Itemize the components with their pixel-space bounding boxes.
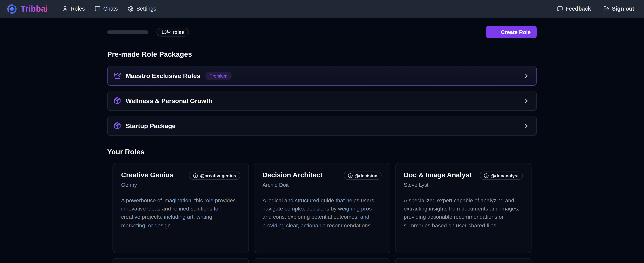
role-card-partial[interactable]	[112, 258, 249, 263]
chat-icon	[95, 6, 101, 12]
role-handle: @decision	[355, 173, 378, 178]
package-icon	[113, 97, 121, 105]
role-card-subtitle: Archie Doit	[262, 182, 382, 188]
role-card-description: A logical and structured guide that help…	[262, 197, 382, 230]
sign-out-label: Sign out	[612, 6, 634, 12]
role-card-description: A specialized expert capable of analyzin…	[404, 197, 523, 230]
gear-icon	[128, 6, 134, 12]
chevron-right-icon	[523, 72, 530, 79]
role-handle-badge[interactable]: @creativegenius	[189, 172, 240, 180]
chevron-right-icon	[523, 123, 530, 129]
role-card-description: A powerhouse of imagination, this role p…	[121, 197, 240, 230]
package-icon	[113, 122, 121, 130]
role-handle: @creativegenius	[200, 173, 236, 178]
role-handle: @docanalyst	[491, 173, 519, 178]
your-roles-section-title: Your Roles	[107, 148, 537, 156]
role-handle-badge[interactable]: @docanalyst	[480, 172, 523, 180]
info-icon	[193, 173, 198, 178]
chevron-right-icon	[523, 97, 530, 104]
create-role-button[interactable]: Create Role	[486, 26, 537, 38]
role-card-decision-architect[interactable]: Decision Architect @decision Archie Doit…	[254, 163, 390, 253]
role-handle-badge[interactable]: @decision	[344, 172, 382, 180]
primary-nav: Roles Chats Settings	[59, 3, 160, 14]
user-icon	[62, 6, 68, 12]
packages-section-title: Pre-made Role Packages	[107, 50, 537, 59]
role-card-subtitle: Genny	[121, 182, 240, 188]
package-row-wellness[interactable]: Wellness & Personal Growth	[107, 91, 537, 111]
role-card-title: Creative Genius	[121, 171, 173, 179]
chat-icon	[557, 6, 563, 12]
role-card-subtitle: Steve Lyst	[404, 182, 523, 188]
role-card-title: Doc & Image Analyst	[404, 171, 472, 179]
role-card-doc-image-analyst[interactable]: Doc & Image Analyst @docanalyst Steve Ly…	[395, 163, 532, 253]
roles-toolbar: 13/∞ roles Create Role	[107, 26, 537, 38]
nav-item-label: Roles	[71, 6, 85, 12]
package-row-maestro[interactable]: Maestro Exclusive Roles Premium	[107, 66, 537, 86]
role-card-partial[interactable]	[395, 258, 532, 263]
package-label: Wellness & Personal Growth	[126, 97, 212, 105]
nav-item-chats[interactable]: Chats	[92, 3, 121, 14]
package-label: Maestro Exclusive Roles	[126, 72, 200, 79]
create-role-label: Create Role	[501, 29, 531, 35]
role-card-partial[interactable]	[254, 258, 390, 263]
nav-item-settings[interactable]: Settings	[124, 3, 160, 14]
info-icon	[484, 173, 489, 178]
sign-out-icon	[603, 6, 610, 12]
brand-logo[interactable]: Tribbai	[6, 3, 48, 14]
nav-item-roles[interactable]: Roles	[59, 3, 88, 14]
crown-icon	[113, 72, 121, 80]
role-card-title: Decision Architect	[262, 171, 322, 179]
info-icon	[348, 173, 353, 178]
role-card-creative-genius[interactable]: Creative Genius @creativegenius Genny A …	[112, 163, 249, 253]
roles-count-badge: 13/∞ roles	[156, 28, 189, 36]
role-cards-grid: Creative Genius @creativegenius Genny A …	[112, 163, 531, 253]
tribbai-logo-icon	[6, 3, 17, 14]
feedback-button[interactable]: Feedback	[554, 3, 594, 14]
package-row-startup[interactable]: Startup Package	[107, 116, 537, 136]
sign-out-button[interactable]: Sign out	[600, 3, 638, 14]
nav-item-label: Settings	[136, 6, 156, 12]
brand-name: Tribbai	[20, 4, 48, 14]
package-label: Startup Package	[126, 122, 176, 129]
feedback-label: Feedback	[566, 6, 591, 12]
main-content: 13/∞ roles Create Role Pre-made Role Pac…	[107, 26, 537, 263]
top-nav: Tribbai Roles Chats	[0, 0, 644, 18]
plus-icon	[492, 29, 498, 35]
nav-item-label: Chats	[103, 6, 118, 12]
app-window: Tribbai Roles Chats	[0, 0, 644, 263]
roles-quota-progress-bar	[107, 30, 148, 34]
premium-badge: Premium	[205, 72, 232, 80]
package-list: Maestro Exclusive Roles Premium Wellness…	[107, 66, 537, 136]
role-cards-grid-partial-row	[112, 258, 531, 263]
